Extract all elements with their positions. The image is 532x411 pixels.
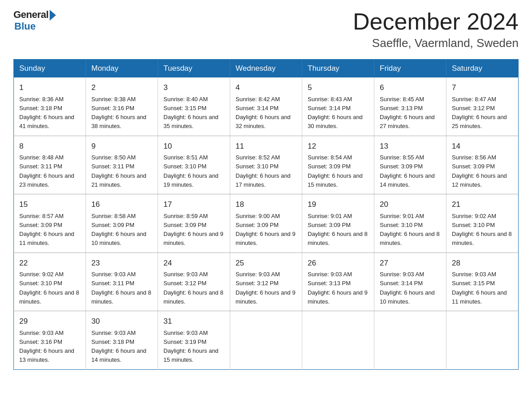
- col-sunday: Sunday: [14, 60, 86, 78]
- day-number: 1: [19, 82, 80, 94]
- day-number: 10: [163, 141, 224, 152]
- col-thursday: Thursday: [302, 60, 374, 78]
- table-row: 14 Sunrise: 8:56 AMSunset: 3:09 PMDaylig…: [446, 136, 519, 194]
- table-row: 29 Sunrise: 9:03 AMSunset: 3:16 PMDaylig…: [14, 311, 86, 370]
- day-info: Sunrise: 9:03 AMSunset: 3:19 PMDaylight:…: [163, 330, 219, 364]
- table-row: 24 Sunrise: 9:03 AMSunset: 3:12 PMDaylig…: [158, 253, 230, 311]
- table-row: 3 Sunrise: 8:40 AMSunset: 3:15 PMDayligh…: [158, 77, 230, 136]
- day-info: Sunrise: 8:48 AMSunset: 3:11 PMDaylight:…: [19, 154, 74, 188]
- day-number: 6: [380, 82, 441, 94]
- table-row: 5 Sunrise: 8:43 AMSunset: 3:14 PMDayligh…: [302, 77, 374, 136]
- table-row: [446, 311, 519, 370]
- day-info: Sunrise: 8:52 AMSunset: 3:10 PMDaylight:…: [236, 154, 291, 188]
- table-row: 1 Sunrise: 8:36 AMSunset: 3:18 PMDayligh…: [14, 77, 86, 136]
- col-saturday: Saturday: [446, 60, 519, 78]
- table-row: 8 Sunrise: 8:48 AMSunset: 3:11 PMDayligh…: [14, 136, 86, 194]
- page-header: General Blue December 2024 Saeffle, Vaer…: [13, 9, 519, 50]
- day-number: 4: [236, 82, 296, 94]
- day-number: 31: [163, 316, 224, 327]
- table-row: 26 Sunrise: 9:03 AMSunset: 3:13 PMDaylig…: [302, 253, 374, 311]
- table-row: 2 Sunrise: 8:38 AMSunset: 3:16 PMDayligh…: [86, 77, 158, 136]
- calendar-week-row: 15 Sunrise: 8:57 AMSunset: 3:09 PMDaylig…: [14, 194, 519, 253]
- table-row: 31 Sunrise: 9:03 AMSunset: 3:19 PMDaylig…: [158, 311, 230, 370]
- day-number: 13: [380, 141, 441, 152]
- table-row: 28 Sunrise: 9:03 AMSunset: 3:15 PMDaylig…: [446, 253, 519, 311]
- day-info: Sunrise: 8:56 AMSunset: 3:09 PMDaylight:…: [452, 154, 507, 188]
- month-title: December 2024: [353, 9, 519, 34]
- day-info: Sunrise: 8:54 AMSunset: 3:09 PMDaylight:…: [308, 154, 363, 188]
- calendar-header-row: Sunday Monday Tuesday Wednesday Thursday…: [14, 60, 519, 78]
- table-row: 6 Sunrise: 8:45 AMSunset: 3:13 PMDayligh…: [374, 77, 446, 136]
- table-row: 30 Sunrise: 9:03 AMSunset: 3:18 PMDaylig…: [86, 311, 158, 370]
- table-row: [374, 311, 446, 370]
- table-row: 10 Sunrise: 8:51 AMSunset: 3:10 PMDaylig…: [158, 136, 230, 194]
- day-info: Sunrise: 9:03 AMSunset: 3:12 PMDaylight:…: [163, 271, 223, 305]
- day-number: 18: [236, 199, 296, 210]
- day-number: 9: [91, 141, 152, 152]
- day-number: 19: [308, 199, 369, 210]
- col-friday: Friday: [374, 60, 446, 78]
- day-number: 2: [91, 82, 152, 94]
- day-number: 26: [308, 257, 369, 269]
- location-title: Saeffle, Vaermland, Sweden: [353, 36, 519, 50]
- day-number: 14: [452, 141, 513, 152]
- day-number: 21: [452, 199, 513, 210]
- day-number: 16: [91, 199, 152, 210]
- table-row: 22 Sunrise: 9:02 AMSunset: 3:10 PMDaylig…: [14, 253, 86, 311]
- day-info: Sunrise: 9:01 AMSunset: 3:10 PMDaylight:…: [380, 213, 440, 247]
- calendar-week-row: 29 Sunrise: 9:03 AMSunset: 3:16 PMDaylig…: [14, 311, 519, 370]
- table-row: 23 Sunrise: 9:03 AMSunset: 3:11 PMDaylig…: [86, 253, 158, 311]
- title-section: December 2024 Saeffle, Vaermland, Sweden: [353, 9, 519, 50]
- day-info: Sunrise: 8:51 AMSunset: 3:10 PMDaylight:…: [163, 154, 219, 188]
- col-tuesday: Tuesday: [158, 60, 230, 78]
- day-info: Sunrise: 9:03 AMSunset: 3:11 PMDaylight:…: [91, 271, 151, 305]
- calendar-week-row: 22 Sunrise: 9:02 AMSunset: 3:10 PMDaylig…: [14, 253, 519, 311]
- day-info: Sunrise: 8:50 AMSunset: 3:11 PMDaylight:…: [91, 154, 146, 188]
- day-number: 8: [19, 141, 80, 152]
- day-info: Sunrise: 9:02 AMSunset: 3:10 PMDaylight:…: [452, 213, 512, 247]
- table-row: 27 Sunrise: 9:03 AMSunset: 3:14 PMDaylig…: [374, 253, 446, 311]
- table-row: 18 Sunrise: 9:00 AMSunset: 3:09 PMDaylig…: [230, 194, 302, 253]
- day-number: 20: [380, 199, 441, 210]
- table-row: 7 Sunrise: 8:47 AMSunset: 3:12 PMDayligh…: [446, 77, 519, 136]
- table-row: 17 Sunrise: 8:59 AMSunset: 3:09 PMDaylig…: [158, 194, 230, 253]
- table-row: [302, 311, 374, 370]
- logo: General Blue: [13, 9, 56, 32]
- day-number: 11: [236, 141, 296, 152]
- day-info: Sunrise: 9:03 AMSunset: 3:16 PMDaylight:…: [19, 330, 74, 364]
- table-row: 4 Sunrise: 8:42 AMSunset: 3:14 PMDayligh…: [230, 77, 302, 136]
- day-info: Sunrise: 9:03 AMSunset: 3:18 PMDaylight:…: [91, 330, 146, 364]
- day-info: Sunrise: 9:00 AMSunset: 3:09 PMDaylight:…: [236, 213, 296, 247]
- day-number: 5: [308, 82, 369, 94]
- calendar-week-row: 8 Sunrise: 8:48 AMSunset: 3:11 PMDayligh…: [14, 136, 519, 194]
- day-info: Sunrise: 8:38 AMSunset: 3:16 PMDaylight:…: [91, 96, 146, 130]
- table-row: 16 Sunrise: 8:58 AMSunset: 3:09 PMDaylig…: [86, 194, 158, 253]
- day-info: Sunrise: 8:42 AMSunset: 3:14 PMDaylight:…: [236, 96, 291, 130]
- day-number: 25: [236, 257, 296, 269]
- table-row: 12 Sunrise: 8:54 AMSunset: 3:09 PMDaylig…: [302, 136, 374, 194]
- day-info: Sunrise: 8:47 AMSunset: 3:12 PMDaylight:…: [452, 96, 507, 130]
- day-number: 3: [163, 82, 224, 94]
- day-number: 24: [163, 257, 224, 269]
- logo-arrow-icon: [50, 10, 56, 21]
- table-row: 13 Sunrise: 8:55 AMSunset: 3:09 PMDaylig…: [374, 136, 446, 194]
- day-number: 15: [19, 199, 80, 210]
- day-number: 17: [163, 199, 224, 210]
- day-number: 30: [91, 316, 152, 327]
- day-info: Sunrise: 9:03 AMSunset: 3:14 PMDaylight:…: [380, 271, 435, 305]
- calendar-table: Sunday Monday Tuesday Wednesday Thursday…: [13, 59, 519, 370]
- day-number: 22: [19, 257, 80, 269]
- logo-general-text: General: [13, 9, 48, 21]
- table-row: [230, 311, 302, 370]
- logo-blue-text: Blue: [14, 21, 56, 32]
- day-info: Sunrise: 8:55 AMSunset: 3:09 PMDaylight:…: [380, 154, 435, 188]
- day-info: Sunrise: 9:03 AMSunset: 3:13 PMDaylight:…: [308, 271, 368, 305]
- day-number: 27: [380, 257, 441, 269]
- day-info: Sunrise: 9:02 AMSunset: 3:10 PMDaylight:…: [19, 271, 79, 305]
- day-number: 29: [19, 316, 80, 327]
- day-info: Sunrise: 8:45 AMSunset: 3:13 PMDaylight:…: [380, 96, 435, 130]
- col-monday: Monday: [86, 60, 158, 78]
- day-info: Sunrise: 8:43 AMSunset: 3:14 PMDaylight:…: [308, 96, 363, 130]
- day-number: 7: [452, 82, 513, 94]
- day-info: Sunrise: 8:58 AMSunset: 3:09 PMDaylight:…: [91, 213, 146, 247]
